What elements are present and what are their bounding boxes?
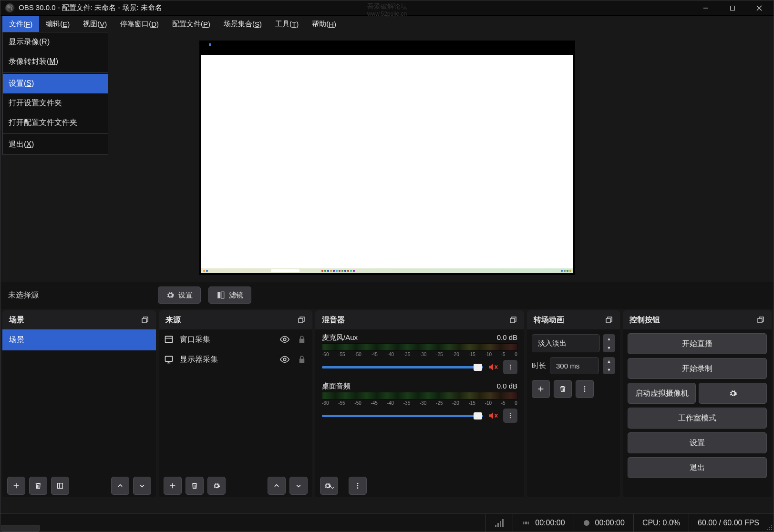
transitions-title: 转场动画 — [534, 315, 564, 325]
exit-button[interactable]: 退出 — [628, 457, 767, 478]
file-menu-item[interactable]: 显示录像(R) — [3, 32, 108, 52]
source-row[interactable]: 显示器采集 — [159, 349, 312, 369]
mixer-popout-icon[interactable] — [509, 316, 517, 324]
status-record-time: 00:00:00 — [595, 519, 625, 527]
chevron-down-icon[interactable]: ▼ — [603, 343, 615, 352]
mute-button[interactable] — [488, 362, 498, 372]
minimize-button[interactable] — [692, 0, 719, 16]
transitions-dock: 转场动画 淡入淡出 ▲▼ 时长 300 ms ▲▼ — [527, 310, 620, 497]
transition-add-button[interactable] — [532, 380, 550, 398]
slider-thumb[interactable] — [474, 364, 482, 371]
menu-d[interactable]: 停靠窗口(D) — [114, 16, 165, 32]
source-remove-button[interactable] — [186, 477, 204, 495]
svg-point-26 — [510, 365, 511, 366]
svg-rect-7 — [221, 292, 224, 298]
level-meter — [322, 343, 517, 351]
visibility-toggle[interactable] — [279, 334, 290, 345]
source-add-button[interactable] — [164, 477, 182, 495]
gear-icon — [729, 389, 737, 398]
source-settings-label: 设置 — [178, 291, 193, 300]
menu-v[interactable]: 视图(V) — [76, 16, 114, 32]
source-row[interactable]: 窗口采集 — [159, 329, 312, 349]
mixer-settings-button[interactable] — [320, 477, 338, 495]
maximize-button[interactable] — [719, 0, 746, 16]
source-label: 显示器采集 — [180, 355, 273, 365]
svg-rect-17 — [165, 356, 173, 361]
menu-s[interactable]: 场景集合(S) — [217, 16, 268, 32]
chevron-down-icon[interactable]: ▼ — [603, 366, 615, 374]
chevron-up-icon[interactable]: ▲ — [603, 357, 615, 366]
scene-down-button[interactable] — [133, 477, 151, 495]
gear-icon — [166, 291, 175, 299]
menu-h[interactable]: 帮助(H) — [305, 16, 343, 32]
transition-remove-button[interactable] — [554, 380, 572, 398]
status-cpu: CPU: 0.0% — [633, 514, 689, 532]
menu-t[interactable]: 工具(T) — [268, 16, 305, 32]
controls-popout-icon[interactable] — [756, 316, 765, 324]
transition-duration-input[interactable]: 300 ms — [550, 357, 599, 374]
file-menu-item[interactable]: 设置(S) — [3, 74, 108, 93]
visibility-toggle[interactable] — [279, 354, 290, 365]
volume-slider[interactable] — [322, 415, 483, 417]
file-menu-item[interactable]: 打开配置文件文件夹 — [3, 113, 108, 133]
source-filters-button[interactable]: 滤镜 — [208, 286, 251, 304]
signal-icon — [495, 519, 504, 527]
preview-area[interactable] — [0, 32, 774, 282]
broadcast-icon — [522, 519, 530, 527]
slider-thumb[interactable] — [474, 412, 482, 419]
menu-p[interactable]: 配置文件(P) — [165, 16, 217, 32]
studio-mode-button[interactable]: 工作室模式 — [628, 408, 767, 429]
source-down-button[interactable] — [289, 477, 308, 495]
menu-f[interactable]: 文件(F) — [2, 16, 39, 32]
volume-slider[interactable] — [322, 366, 483, 368]
scene-row[interactable]: 场景 — [2, 329, 156, 350]
scenes-popout-icon[interactable] — [141, 316, 149, 324]
transition-duration-spin[interactable]: ▲▼ — [603, 357, 615, 374]
menu-e[interactable]: 编辑(E) — [39, 16, 76, 32]
lock-toggle[interactable] — [296, 355, 308, 364]
file-menu-item[interactable]: 退出(X) — [3, 135, 108, 154]
vcam-settings-button[interactable] — [699, 383, 767, 404]
mute-button[interactable] — [488, 410, 498, 421]
display-icon — [164, 354, 174, 365]
file-menu-item[interactable]: 打开设置文件夹 — [3, 93, 108, 113]
settings-button[interactable]: 设置 — [628, 432, 767, 453]
mixer-more-button[interactable] — [349, 477, 367, 495]
scene-add-button[interactable] — [7, 477, 25, 495]
transition-select[interactable]: 淡入淡出 — [532, 334, 600, 352]
lock-toggle[interactable] — [296, 335, 308, 344]
controls-title: 控制按钮 — [630, 315, 660, 325]
start-stream-button[interactable]: 开始直播 — [628, 333, 767, 354]
menu-separator — [3, 72, 108, 73]
start-record-button[interactable]: 开始录制 — [628, 358, 767, 379]
source-settings-button[interactable]: 设置 — [158, 286, 201, 304]
transition-spin[interactable]: ▲▼ — [603, 334, 615, 352]
transitions-popout-icon[interactable] — [605, 316, 613, 324]
sources-list[interactable]: 窗口采集显示器采集 — [159, 329, 312, 474]
channel-more-button[interactable] — [503, 409, 517, 423]
source-up-button[interactable] — [268, 477, 286, 495]
chevron-up-icon[interactable]: ▲ — [603, 334, 615, 343]
status-stream: 00:00:00 — [513, 514, 573, 532]
window-icon — [164, 334, 174, 345]
transition-duration-value: 300 ms — [556, 362, 579, 370]
scenes-list[interactable]: 场景 — [2, 329, 156, 474]
scene-filter-button[interactable] — [51, 477, 69, 495]
source-props-button[interactable] — [207, 477, 226, 495]
sources-popout-icon[interactable] — [297, 316, 306, 324]
scene-up-button[interactable] — [111, 477, 129, 495]
preview-canvas[interactable] — [199, 41, 575, 275]
scene-remove-button[interactable] — [29, 477, 47, 495]
start-vcam-button[interactable]: 启动虚拟摄像机 — [628, 383, 696, 404]
close-button[interactable] — [746, 0, 773, 16]
svg-point-28 — [510, 368, 511, 369]
record-icon — [583, 519, 590, 527]
transition-more-button[interactable] — [576, 380, 594, 398]
svg-rect-46 — [500, 521, 501, 527]
channel-more-button[interactable] — [503, 360, 517, 374]
dock-row: 场景 场景 来源 窗口采集显示器采集 混音器 — [0, 308, 774, 497]
svg-point-53 — [767, 529, 768, 530]
scenes-header: 场景 — [2, 310, 156, 329]
file-menu-item[interactable]: 录像转封装(M) — [3, 52, 108, 72]
resize-grip-icon[interactable] — [767, 525, 773, 531]
